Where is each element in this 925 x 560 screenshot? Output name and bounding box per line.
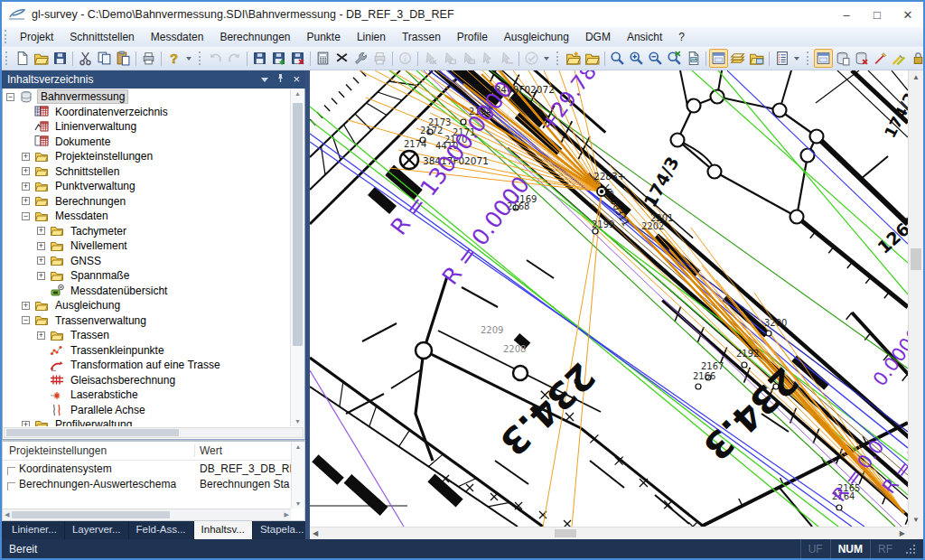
tree-item[interactable]: +Tachymeter: [3, 224, 290, 239]
tab-inhaltsv[interactable]: Inhaltsv...: [194, 521, 253, 539]
menu-item-projekt[interactable]: Projekt: [12, 27, 61, 47]
map-vscrollbar-thumb[interactable]: [911, 248, 921, 270]
tree-expander-icon[interactable]: +: [37, 272, 45, 280]
property-row[interactable]: KoordinatensystemDB_REF_3_DB_REF: [3, 461, 304, 476]
maximize-button[interactable]: □: [862, 2, 892, 27]
tree-expander-icon[interactable]: +: [22, 153, 30, 161]
tree-item[interactable]: +Gleisachsberechnung: [3, 373, 290, 388]
tree-item[interactable]: +Spannmaße: [3, 268, 290, 284]
tree-item[interactable]: −Trassenverwaltung: [3, 313, 290, 329]
properties-scrollbar[interactable]: ▲ ▼: [291, 442, 304, 509]
view-plan-icon[interactable]: [709, 49, 728, 68]
menu-item-messdaten[interactable]: Messdaten: [143, 27, 212, 47]
scroll-up-icon[interactable]: ▲: [291, 90, 304, 97]
tree-item[interactable]: −Bahnvermessung: [3, 89, 290, 105]
help-icon[interactable]: ?: [164, 49, 183, 68]
tree-expander-icon[interactable]: +: [37, 227, 45, 235]
tree-expander-icon[interactable]: +: [22, 421, 30, 426]
draw-measure-multi-icon[interactable]: [890, 49, 909, 68]
save-icon[interactable]: [51, 49, 70, 68]
close-panel-icon[interactable]: ×: [293, 74, 300, 85]
scroll-left-icon[interactable]: ◀: [313, 529, 318, 537]
menu-item-linien[interactable]: Linien: [349, 27, 394, 47]
tree-item[interactable]: +Trassenkleinpunkte: [3, 343, 290, 359]
menu-item-dgm[interactable]: DGM: [577, 27, 619, 47]
tree-item[interactable]: +Koordinatenverzeichnis: [3, 105, 290, 120]
menu-item-berechnungen[interactable]: Berechnungen: [211, 27, 298, 47]
tree-scrollbar[interactable]: ▲ ▼: [290, 89, 304, 426]
view-layers-icon[interactable]: [728, 49, 747, 68]
menu-item-punkte[interactable]: Punkte: [299, 27, 349, 47]
scroll-right-icon[interactable]: ▶: [900, 529, 905, 537]
map-canvas[interactable]: 2194217321722171217021744410216921682199…: [310, 70, 908, 527]
draw-measure-icon[interactable]: [871, 49, 890, 68]
tree-expander-icon[interactable]: −: [6, 93, 14, 101]
tree-item[interactable]: +Dokumente: [3, 135, 290, 150]
property-row[interactable]: Berechnungen-AuswerteschemaBerechnungen …: [3, 476, 304, 491]
scroll-left-icon[interactable]: ◀: [5, 511, 9, 518]
menu-item-ausgleichung[interactable]: Ausgleichung: [496, 27, 577, 47]
properties-hscrollbar-thumb[interactable]: [12, 511, 170, 518]
lock-icon[interactable]: [909, 49, 925, 68]
zoom-out-icon[interactable]: [646, 49, 665, 68]
database-delete-icon[interactable]: [852, 49, 871, 68]
copy-icon[interactable]: [95, 49, 114, 68]
tree-expander-icon[interactable]: −: [22, 212, 30, 220]
zoom-remove-icon[interactable]: [665, 49, 684, 68]
tree-hscrollbar-thumb[interactable]: [6, 429, 179, 436]
tree-hscrollbar[interactable]: [4, 427, 304, 438]
map-hscrollbar-thumb[interactable]: [555, 529, 576, 537]
pin-icon[interactable]: [276, 73, 285, 86]
folder-open-icon[interactable]: [583, 49, 602, 68]
cut-icon[interactable]: [76, 49, 95, 68]
save-database-icon[interactable]: [250, 49, 269, 68]
zoom-image-icon[interactable]: [684, 49, 703, 68]
view-image-icon[interactable]: [747, 49, 766, 68]
tree-item[interactable]: +Linienverwaltung: [3, 119, 290, 135]
tree-scrollbar-thumb[interactable]: [293, 103, 303, 346]
menu-item-profile[interactable]: Profile: [449, 27, 496, 47]
calculator-icon[interactable]: [313, 49, 332, 68]
tree-item[interactable]: +Punktverwaltung: [3, 179, 290, 194]
dock-menu-icon[interactable]: [261, 78, 268, 82]
new-document-icon[interactable]: [13, 49, 32, 68]
report-list-icon[interactable]: [772, 49, 791, 68]
tree-expander-icon[interactable]: +: [22, 302, 30, 310]
tree-expander-icon[interactable]: −: [22, 316, 30, 324]
tree-expander-icon[interactable]: +: [22, 197, 30, 205]
scroll-down-icon[interactable]: ▼: [909, 516, 923, 524]
folder-create-icon[interactable]: [564, 49, 583, 68]
tree-item[interactable]: +Laserabstiche: [3, 387, 290, 403]
window-plan-icon[interactable]: [814, 49, 833, 68]
database-copy-icon[interactable]: [833, 49, 852, 68]
tree-item[interactable]: +Nivellement: [3, 238, 290, 254]
tree-item[interactable]: +Transformation auf eine Trasse: [3, 358, 290, 373]
tree-item[interactable]: +Parallele Achse: [3, 403, 290, 418]
delete-cross-icon[interactable]: [332, 49, 351, 68]
menu-item-trassen[interactable]: Trassen: [394, 27, 449, 47]
map-vscrollbar[interactable]: ▲ ▼: [908, 70, 923, 527]
tree-item[interactable]: +Ausgleichung: [3, 298, 290, 313]
tab-stapela[interactable]: Stapela...: [253, 521, 313, 539]
scroll-right-icon[interactable]: ▶: [285, 511, 289, 518]
tree-item[interactable]: +Projekteinstellungen: [3, 149, 290, 164]
tab-feldass[interactable]: Feld-Ass...: [129, 521, 194, 539]
tree-expander-icon[interactable]: +: [22, 182, 30, 191]
resize-grip-icon[interactable]: [905, 544, 916, 555]
map-hscrollbar[interactable]: ◀ ▶: [310, 527, 908, 539]
close-button[interactable]: ✕: [892, 2, 923, 27]
scroll-down-icon[interactable]: ▼: [292, 500, 304, 507]
tree-expander-icon[interactable]: +: [22, 167, 30, 175]
menu-item-schnittstellen[interactable]: Schnittstellen: [61, 27, 142, 47]
tree-item[interactable]: +GNSS: [3, 254, 290, 269]
scroll-up-icon[interactable]: ▲: [909, 73, 923, 81]
toolbar-overflow-icon[interactable]: [544, 57, 549, 61]
tree-item[interactable]: +Berechnungen: [3, 194, 290, 210]
tab-liniener[interactable]: Liniener...: [5, 521, 65, 539]
open-project-icon[interactable]: [32, 49, 51, 68]
tree-expander-icon[interactable]: +: [37, 242, 45, 250]
tree-expander-icon[interactable]: +: [37, 331, 45, 340]
tree-item[interactable]: −Messdaten: [3, 209, 290, 224]
tree-item[interactable]: +Messdatenübersicht: [3, 284, 290, 299]
toolbar-overflow-icon[interactable]: [794, 57, 799, 61]
